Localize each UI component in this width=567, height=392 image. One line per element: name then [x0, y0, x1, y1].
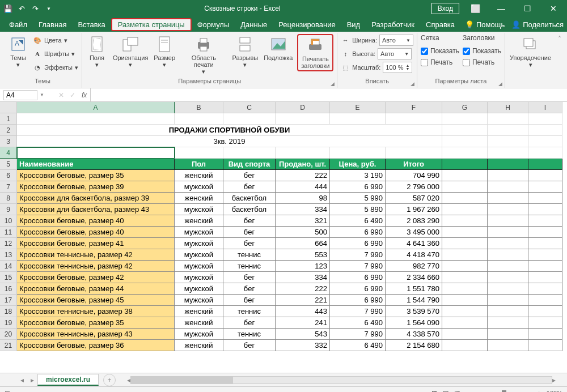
cell[interactable]: 6 490 [330, 215, 386, 227]
row-header[interactable]: 18 [0, 306, 17, 317]
cell[interactable]: 664 [276, 238, 330, 249]
cell[interactable]: 553 [276, 249, 330, 261]
row-headers[interactable]: 123456789101112131415161718192021 [0, 113, 17, 351]
cell[interactable]: мужской [175, 181, 223, 193]
cell[interactable] [442, 136, 488, 147]
cell[interactable]: 4 641 360 [386, 238, 442, 249]
row-header[interactable]: 7 [0, 181, 17, 193]
cell[interactable] [528, 329, 562, 340]
cell[interactable]: Кроссовки беговые, размер 36 [17, 340, 175, 351]
headings-print-checkbox[interactable]: Печать [463, 57, 501, 68]
ribbon-tab[interactable]: Вставка [72, 18, 111, 31]
cell[interactable]: Продано, шт. [276, 159, 330, 170]
cell[interactable] [528, 295, 562, 306]
accept-formula-icon[interactable]: ✓ [67, 91, 78, 99]
cell[interactable] [442, 317, 488, 329]
cell[interactable] [330, 113, 386, 125]
cell[interactable]: Кроссовки беговые, размер 45 [17, 295, 175, 306]
cell[interactable]: 3кв. 2019 [17, 136, 442, 147]
margins-button[interactable]: Поля▾ [86, 34, 108, 69]
cell[interactable] [442, 295, 488, 306]
cell[interactable] [528, 317, 562, 329]
themes-button[interactable]: A Темы▾ [7, 34, 29, 69]
cell[interactable]: Вид спорта [223, 159, 276, 170]
cell[interactable]: мужской [175, 204, 223, 215]
cell[interactable]: 6 990 [330, 283, 386, 295]
cell[interactable]: 6 990 [330, 227, 386, 238]
row-header[interactable]: 15 [0, 272, 17, 283]
row-header[interactable]: 14 [0, 261, 17, 272]
row-header[interactable]: 6 [0, 170, 17, 181]
row-header[interactable]: 3 [0, 136, 17, 147]
page-break-view-icon[interactable]: ▧ [454, 389, 460, 392]
cell[interactable]: мужской [175, 227, 223, 238]
cell[interactable]: женский [175, 306, 223, 317]
ribbon-tab[interactable]: Справка [420, 18, 460, 31]
cell[interactable]: женский [175, 340, 223, 351]
name-box[interactable] [3, 90, 37, 100]
cell[interactable]: Кроссовки беговые, размер 41 [17, 238, 175, 249]
cell[interactable]: женский [175, 170, 223, 181]
cell[interactable]: 221 [276, 295, 330, 306]
qat-dropdown-icon[interactable]: ▼ [44, 4, 53, 13]
orientation-button[interactable]: Ориентация▾ [112, 34, 149, 69]
size-button[interactable]: Размер▾ [153, 34, 176, 69]
cell[interactable]: мужской [175, 295, 223, 306]
cell[interactable] [488, 193, 528, 204]
row-header[interactable]: 16 [0, 283, 17, 295]
sheet-tab[interactable]: microexcel.ru [37, 374, 99, 386]
cell[interactable]: 2 796 000 [386, 181, 442, 193]
cell[interactable] [442, 340, 488, 351]
cell[interactable]: 6 990 [330, 295, 386, 306]
cell[interactable] [442, 215, 488, 227]
row-header[interactable]: 21 [0, 340, 17, 351]
column-headers[interactable]: ABCDEFGHI [17, 102, 562, 113]
ribbon-tab[interactable]: Формулы [192, 18, 235, 31]
headings-view-checkbox[interactable]: Показать [463, 45, 501, 57]
cell[interactable] [276, 113, 330, 125]
cell-grid[interactable]: ПРОДАЖИ СПОРТИВНОЙ ОБУВИ3кв. 2019Наимено… [17, 113, 562, 351]
cell[interactable] [528, 215, 562, 227]
cell[interactable]: 6 990 [330, 181, 386, 193]
cell[interactable] [488, 181, 528, 193]
cell[interactable]: теннис [223, 261, 276, 272]
cell[interactable] [528, 113, 562, 125]
cell[interactable]: 3 495 000 [386, 227, 442, 238]
cell[interactable] [488, 227, 528, 238]
scale-launcher-icon[interactable]: ◢ [411, 81, 414, 87]
cell[interactable] [175, 147, 223, 159]
cell[interactable]: 2 334 660 [386, 272, 442, 283]
cell[interactable] [386, 147, 442, 159]
cell[interactable]: теннис [223, 329, 276, 340]
share-button[interactable]: 👤Поделиться [511, 20, 564, 29]
cell[interactable]: 321 [276, 215, 330, 227]
tell-me[interactable]: 💡Помощь [465, 20, 505, 29]
cell[interactable]: женский [175, 317, 223, 329]
cell[interactable]: 6 990 [330, 272, 386, 283]
cell[interactable]: Кроссовки теннисные, размер 42 [17, 261, 175, 272]
cell[interactable] [528, 272, 562, 283]
close-icon[interactable]: ✕ [543, 4, 564, 13]
cell[interactable] [442, 181, 488, 193]
cell[interactable]: Кроссовки беговые, размер 44 [17, 283, 175, 295]
cell[interactable] [528, 181, 562, 193]
cell[interactable] [17, 113, 175, 125]
cell[interactable]: 500 [276, 227, 330, 238]
cell[interactable]: бег [223, 170, 276, 181]
sheet-options-launcher-icon[interactable]: ◢ [498, 81, 502, 87]
cell[interactable]: 241 [276, 317, 330, 329]
width-combo[interactable]: Авто▼ [379, 35, 413, 46]
ribbon-tab[interactable]: Файл [3, 18, 33, 31]
gridlines-view-checkbox[interactable]: Показать [421, 45, 459, 57]
cell[interactable] [528, 136, 562, 147]
column-header[interactable]: C [223, 102, 276, 113]
cell[interactable]: Кроссовки беговые, размер 40 [17, 227, 175, 238]
ribbon-tab[interactable]: Вид [341, 18, 366, 31]
sheet-nav-prev-icon[interactable]: ◂ [17, 376, 27, 384]
cell[interactable]: 587 020 [386, 193, 442, 204]
row-header[interactable]: 13 [0, 249, 17, 261]
cell[interactable] [17, 147, 175, 159]
cancel-formula-icon[interactable]: ✕ [56, 91, 67, 99]
name-box-dropdown-icon[interactable]: ▼ [40, 92, 44, 97]
cell[interactable] [528, 204, 562, 215]
